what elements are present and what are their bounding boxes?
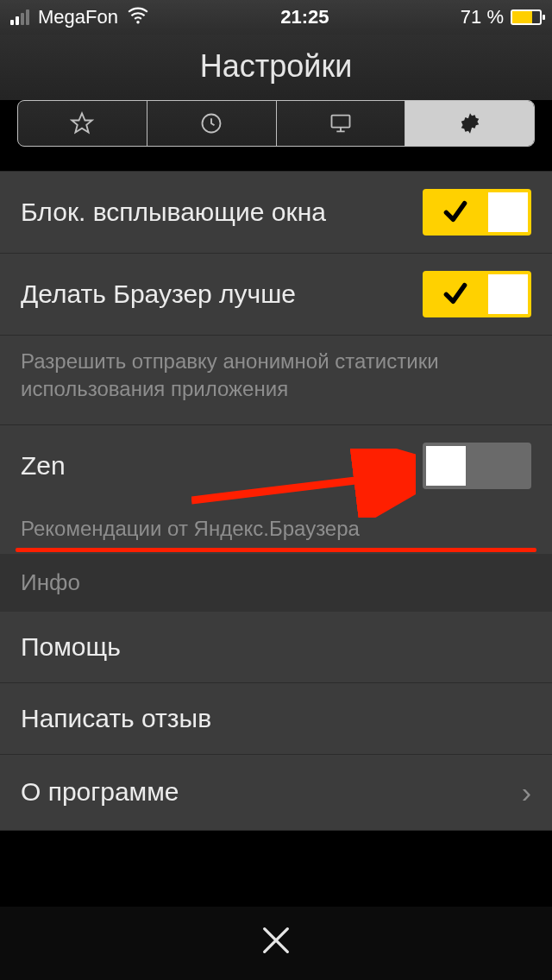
row-zen: Zen	[0, 424, 552, 506]
chevron-right-icon: ›	[522, 776, 531, 809]
status-left: MegaFon	[10, 3, 149, 31]
improve-browser-label: Делать Браузер лучше	[21, 280, 296, 309]
tab-history[interactable]	[147, 101, 276, 146]
battery-icon	[511, 9, 542, 25]
zen-block: Zen Рекомендации от Яндекс.Браузера	[0, 424, 552, 554]
status-bar: MegaFon 21:25 71 %	[0, 0, 552, 35]
row-improve-browser: Делать Браузер лучше	[0, 254, 552, 336]
battery-percent: 71 %	[461, 6, 504, 28]
signal-icon	[10, 9, 29, 25]
close-icon	[259, 923, 293, 958]
clock-icon	[199, 111, 223, 135]
improve-browser-desc: Разрешить отправку анонимной статистики …	[0, 336, 552, 424]
carrier-label: MegaFon	[38, 6, 118, 28]
check-icon	[442, 280, 469, 307]
zen-label: Zen	[21, 451, 66, 481]
gear-icon	[458, 111, 482, 135]
help-label: Помощь	[21, 632, 121, 662]
shadow-divider	[0, 162, 552, 171]
nav-row-about[interactable]: О программе ›	[0, 755, 552, 831]
feedback-label: Написать отзыв	[21, 704, 211, 733]
star-icon	[70, 111, 94, 135]
tab-bar	[17, 100, 535, 147]
page-header: Настройки	[0, 35, 552, 100]
svg-point-0	[136, 21, 139, 23]
zen-toggle[interactable]	[423, 443, 531, 489]
wifi-icon	[127, 3, 149, 31]
nav-row-help[interactable]: Помощь	[0, 612, 552, 683]
status-right: 71 %	[461, 6, 542, 28]
improve-browser-toggle[interactable]	[423, 271, 531, 317]
close-button[interactable]	[259, 920, 293, 967]
block-popups-label: Блок. всплывающие окна	[21, 198, 326, 227]
svg-marker-1	[72, 113, 92, 132]
about-label: О программе	[21, 777, 179, 807]
block-popups-toggle[interactable]	[423, 189, 531, 236]
settings-list: Блок. всплывающие окна Делать Браузер лу…	[0, 171, 552, 831]
monitor-icon	[329, 111, 353, 135]
section-header-info: Инфо	[0, 554, 552, 612]
page-title: Настройки	[0, 48, 552, 85]
nav-row-feedback[interactable]: Написать отзыв	[0, 683, 552, 755]
annotation-underline	[16, 548, 536, 552]
check-icon	[442, 198, 469, 225]
row-block-popups: Блок. всплывающие окна	[0, 171, 552, 254]
tab-favorites[interactable]	[18, 101, 147, 146]
tab-settings[interactable]	[405, 101, 534, 146]
status-time: 21:25	[280, 6, 329, 28]
close-bar	[0, 906, 552, 980]
svg-rect-3	[331, 116, 349, 128]
zen-desc: Рекомендации от Яндекс.Браузера	[0, 506, 552, 548]
tab-desktop[interactable]	[276, 101, 405, 146]
